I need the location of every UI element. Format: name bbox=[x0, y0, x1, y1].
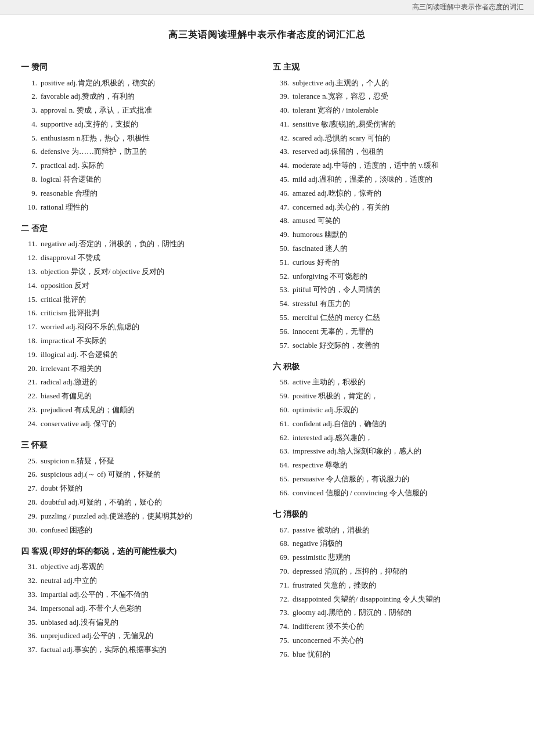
item-entry: doubt 怀疑的 bbox=[41, 483, 253, 495]
vocab-list-right-1: 58.active 主动的，积极的59.positive 积极的，肯定的，60.… bbox=[273, 376, 513, 500]
list-item: 64.respective 尊敬的 bbox=[273, 459, 513, 473]
vocab-list-left-2: 25.suspicion n.猜疑，怀疑26.suspicious adj.(～… bbox=[21, 454, 253, 537]
item-entry: optimistic adj.乐观的 bbox=[293, 404, 513, 416]
item-entry: approval n. 赞成，承认，正式批准 bbox=[41, 105, 253, 117]
item-entry: disappointed 失望的/ disappointing 令人失望的 bbox=[293, 593, 513, 606]
item-number: 12. bbox=[21, 252, 37, 264]
item-number: 67. bbox=[273, 524, 289, 537]
list-item: 46.amazed adj.吃惊的，惊奇的 bbox=[273, 186, 513, 200]
list-item: 44.moderate adj.中等的，适度的，适中的 v.缓和 bbox=[273, 159, 513, 173]
item-number: 38. bbox=[273, 77, 289, 89]
item-entry: pessimistic 悲观的 bbox=[293, 552, 513, 564]
item-number: 24. bbox=[21, 418, 37, 430]
item-number: 30. bbox=[21, 524, 37, 537]
item-number: 15. bbox=[21, 294, 37, 306]
list-item: 17.worried adj.闷闷不乐的,焦虑的 bbox=[21, 321, 253, 334]
item-number: 2. bbox=[21, 91, 37, 103]
item-number: 14. bbox=[21, 280, 37, 292]
item-entry: unconcerned 不关心的 bbox=[293, 635, 513, 647]
item-number: 43. bbox=[273, 146, 289, 158]
item-number: 32. bbox=[21, 575, 37, 587]
item-number: 66. bbox=[273, 487, 289, 499]
list-item: 13.objection 异议，反对/ objective 反对的 bbox=[21, 265, 253, 279]
list-item: 4.supportive adj.支持的，支援的 bbox=[21, 117, 253, 131]
list-item: 3.approval n. 赞成，承认，正式批准 bbox=[21, 104, 253, 118]
list-item: 42.scared adj.恐惧的 scary 可怕的 bbox=[273, 131, 513, 145]
item-entry: depressed 消沉的，压抑的，抑郁的 bbox=[293, 566, 513, 578]
item-entry: objection 异议，反对/ objective 反对的 bbox=[41, 266, 253, 278]
item-number: 41. bbox=[273, 118, 289, 131]
list-item: 76.blue 忧郁的 bbox=[273, 647, 513, 661]
item-entry: amused 可笑的 bbox=[293, 215, 513, 227]
item-number: 60. bbox=[273, 404, 289, 416]
list-item: 37.factual adj.事实的，实际的,根据事实的 bbox=[21, 643, 253, 657]
item-entry: illogical adj. 不合逻辑的 bbox=[41, 349, 253, 361]
section-title-left-0: 一 赞同 bbox=[21, 62, 253, 73]
item-number: 50. bbox=[273, 243, 289, 255]
list-item: 23.prejudiced 有成见的；偏颇的 bbox=[21, 404, 253, 417]
item-number: 46. bbox=[273, 188, 289, 200]
item-entry: sensitive 敏感[锐]的,易受伤害的 bbox=[293, 118, 513, 131]
item-number: 42. bbox=[273, 132, 289, 145]
list-item: 49.humorous 幽默的 bbox=[273, 228, 513, 242]
item-number: 51. bbox=[273, 257, 289, 269]
list-item: 6.defensive 为……而辩护，防卫的 bbox=[21, 145, 253, 159]
item-entry: worried adj.闷闷不乐的,焦虑的 bbox=[41, 321, 253, 333]
main-title: 高三英语阅读理解中表示作者态度的词汇汇总 bbox=[21, 29, 513, 41]
item-number: 36. bbox=[21, 630, 37, 642]
item-entry: persuasive 令人信服的，有说服力的 bbox=[293, 473, 513, 485]
item-entry: enthusiasm n.狂热，热心，积极性 bbox=[41, 132, 253, 145]
list-item: 69.pessimistic 悲观的 bbox=[273, 551, 513, 565]
list-item: 20.irrelevant 不相关的 bbox=[21, 362, 253, 376]
item-number: 21. bbox=[21, 376, 37, 388]
list-item: 53.pitiful 可怜的，令人同情的 bbox=[273, 283, 513, 297]
item-number: 11. bbox=[21, 238, 37, 250]
list-item: 52.unforgiving 不可饶恕的 bbox=[273, 269, 513, 283]
item-entry: curious 好奇的 bbox=[293, 257, 513, 269]
item-entry: suspicion n.猜疑，怀疑 bbox=[41, 455, 253, 467]
item-number: 1. bbox=[21, 77, 37, 89]
item-entry: supportive adj.支持的，支援的 bbox=[41, 118, 253, 131]
section-title-left-2: 三 怀疑 bbox=[21, 440, 253, 451]
item-number: 22. bbox=[21, 390, 37, 402]
item-entry: disapproval 不赞成 bbox=[41, 252, 253, 264]
section-title-right-0: 五 主观 bbox=[273, 62, 513, 73]
item-number: 7. bbox=[21, 160, 37, 172]
item-entry: doubtful adj.可疑的，不确的，疑心的 bbox=[41, 496, 253, 509]
list-item: 75.unconcerned 不关心的 bbox=[273, 633, 513, 647]
item-number: 64. bbox=[273, 459, 289, 471]
item-number: 52. bbox=[273, 271, 289, 283]
item-entry: humorous 幽默的 bbox=[293, 229, 513, 241]
list-item: 18.impractical 不实际的 bbox=[21, 334, 253, 348]
list-item: 50.fascinated 迷人的 bbox=[273, 242, 513, 256]
item-entry: concerned adj.关心的，有关的 bbox=[293, 201, 513, 214]
item-number: 29. bbox=[21, 510, 37, 523]
list-item: 9.reasonable 合理的 bbox=[21, 186, 253, 200]
col-left: 一 赞同1.positive adj.肯定的,积极的，确实的2.favorabl… bbox=[21, 53, 267, 661]
list-item: 54.stressful 有压力的 bbox=[273, 297, 513, 311]
item-number: 28. bbox=[21, 496, 37, 509]
item-number: 62. bbox=[273, 432, 289, 444]
item-number: 16. bbox=[21, 307, 37, 319]
list-item: 25.suspicion n.猜疑，怀疑 bbox=[21, 454, 253, 468]
item-entry: tolerance n.宽容，容忍，忍受 bbox=[293, 91, 513, 103]
list-item: 28.doubtful adj.可疑的，不确的，疑心的 bbox=[21, 496, 253, 510]
item-entry: convinced 信服的 / convincing 令人信服的 bbox=[293, 487, 513, 499]
item-number: 10. bbox=[21, 201, 37, 214]
item-entry: positive adj.肯定的,积极的，确实的 bbox=[41, 77, 253, 89]
list-item: 57.sociable 好交际的，友善的 bbox=[273, 339, 513, 352]
item-number: 72. bbox=[273, 593, 289, 606]
list-item: 59.positive 积极的，肯定的， bbox=[273, 390, 513, 404]
item-entry: blue 忧郁的 bbox=[293, 649, 513, 661]
item-number: 31. bbox=[21, 561, 37, 573]
item-entry: irrelevant 不相关的 bbox=[41, 363, 253, 375]
item-number: 20. bbox=[21, 363, 37, 375]
item-number: 70. bbox=[273, 566, 289, 578]
list-item: 21.radical adj.激进的 bbox=[21, 376, 253, 390]
section-title-left-3: 四 客观 (即好的坏的都说，选的可能性极大) bbox=[21, 546, 253, 557]
item-entry: unprejudiced adj.公平的，无偏见的 bbox=[41, 630, 253, 642]
list-item: 55.merciful 仁慈的 mercy 仁慈 bbox=[273, 311, 513, 325]
item-entry: factual adj.事实的，实际的,根据事实的 bbox=[41, 644, 253, 656]
list-item: 48.amused 可笑的 bbox=[273, 214, 513, 228]
item-entry: unbiased adj.没有偏见的 bbox=[41, 617, 253, 629]
